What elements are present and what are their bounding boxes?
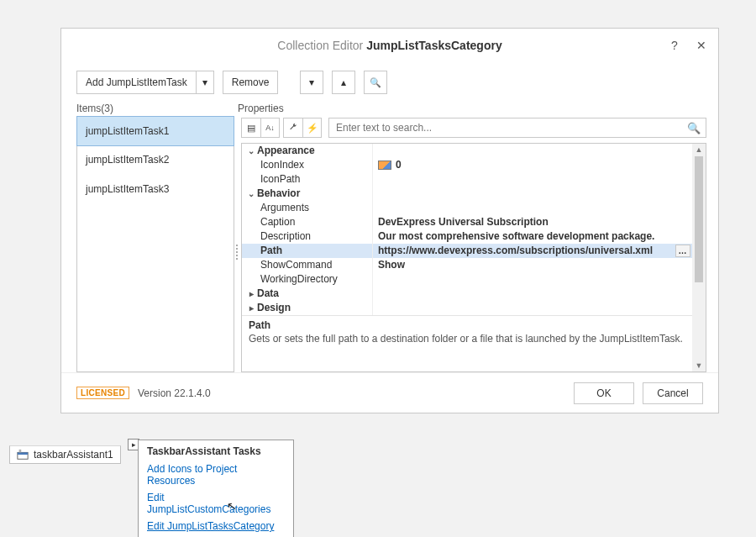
search-icon: 🔍 xyxy=(687,122,701,134)
svg-rect-1 xyxy=(18,452,28,455)
scroll-up-icon[interactable]: ▲ xyxy=(692,144,706,155)
smarttag-title: TaskbarAssistant Tasks xyxy=(139,444,293,461)
events-tab-button[interactable]: ⚡ xyxy=(302,118,321,137)
items-label: Items(3) xyxy=(76,103,238,114)
property-row[interactable]: Description Our most comprehensive softw… xyxy=(242,229,692,244)
titlebar: Collection Editor JumpListTasksCategory … xyxy=(61,29,718,62)
help-button[interactable]: ? xyxy=(663,34,686,57)
search-input[interactable] xyxy=(334,121,687,134)
smarttag-link[interactable]: Edit JumpListTasksCategory xyxy=(139,518,293,534)
expand-icon[interactable]: ▸ xyxy=(245,287,257,301)
version-label: Version 22.1.4.0 xyxy=(138,387,211,399)
list-item[interactable]: jumpListItemTask2 xyxy=(77,145,234,175)
toolbar: Add JumpListItemTask ▾ Remove ▾ ▴ 🔍 xyxy=(61,62,718,97)
smarttag-arrow-icon: ▸ xyxy=(132,440,136,449)
scroll-down-icon[interactable]: ▼ xyxy=(692,360,706,371)
collapse-icon[interactable]: ⌄ xyxy=(245,144,257,158)
items-list[interactable]: jumpListItemTask1 jumpListItemTask2 jump… xyxy=(76,116,234,372)
add-item-dropdown[interactable]: ▾ xyxy=(196,71,214,94)
list-item[interactable]: jumpListItemTask3 xyxy=(77,175,234,204)
smarttag-link[interactable]: Add Icons to Project Resources xyxy=(139,461,293,489)
tray-component-label: taskbarAssistant1 xyxy=(34,449,113,461)
remove-button[interactable]: Remove xyxy=(223,71,279,94)
category-row[interactable]: ▸Data xyxy=(242,287,692,301)
properties-tab-button[interactable] xyxy=(284,118,302,137)
properties-label: Properties xyxy=(238,103,284,114)
property-grid[interactable]: ⌄Appearance IconIndex 0 IconPath ⌄Behavi… xyxy=(241,143,706,372)
collection-editor-dialog: Collection Editor JumpListTasksCategory … xyxy=(60,28,719,413)
scrollbar-thumb[interactable] xyxy=(695,156,703,282)
smart-tag-panel: TaskbarAssistant Tasks Add Icons to Proj… xyxy=(138,440,294,537)
component-icon xyxy=(17,449,29,461)
category-row[interactable]: ▸Design xyxy=(242,301,692,315)
collapse-icon[interactable]: ⌄ xyxy=(245,187,257,201)
add-item-button[interactable]: Add JumpListItemTask xyxy=(76,71,196,94)
licensed-badge: LICENSED xyxy=(76,387,129,399)
component-tray: taskbarAssistant1 xyxy=(9,445,121,464)
category-row[interactable]: ⌄Behavior xyxy=(242,187,692,201)
title-prefix: Collection Editor xyxy=(277,39,363,52)
property-description: Path Gets or sets the full path to a des… xyxy=(242,315,692,350)
property-row[interactable]: ShowCommand Show xyxy=(242,258,692,272)
chevron-down-icon: ▾ xyxy=(309,76,314,88)
ok-button[interactable]: OK xyxy=(574,382,634,404)
svg-rect-2 xyxy=(19,450,22,453)
property-row[interactable]: Caption DevExpress Universal Subscriptio… xyxy=(242,215,692,229)
close-button[interactable]: ✕ xyxy=(690,34,713,57)
move-up-button[interactable]: ▴ xyxy=(332,71,355,94)
iconindex-swatch-icon xyxy=(378,161,391,170)
property-row[interactable]: Arguments xyxy=(242,201,692,215)
search-button[interactable]: 🔍 xyxy=(364,71,387,94)
cancel-button[interactable]: Cancel xyxy=(643,382,703,404)
smarttag-link[interactable]: Edit JumpListCustomCategories xyxy=(139,489,293,518)
categorized-view-button[interactable]: ▤ xyxy=(242,118,260,137)
chevron-up-icon: ▴ xyxy=(341,76,346,88)
move-down-button[interactable]: ▾ xyxy=(300,71,323,94)
vertical-scrollbar[interactable]: ▲ ▼ xyxy=(692,144,706,371)
tray-component[interactable]: taskbarAssistant1 xyxy=(9,445,121,464)
wrench-icon xyxy=(288,123,298,133)
property-grid-toolbar: ▤ A↓ ⚡ 🔍 xyxy=(241,116,706,140)
property-row[interactable]: WorkingDirectory xyxy=(242,272,692,287)
expand-icon[interactable]: ▸ xyxy=(245,301,257,315)
dialog-title: Collection Editor JumpListTasksCategory xyxy=(277,39,501,52)
property-row-selected[interactable]: Path https://www.devexpress.com/subscrip… xyxy=(242,244,692,258)
property-row[interactable]: IconPath xyxy=(242,172,692,187)
property-search[interactable]: 🔍 xyxy=(328,118,706,138)
cursor-icon: ↖ xyxy=(226,498,239,513)
magnifier-icon: 🔍 xyxy=(370,77,381,88)
list-item[interactable]: jumpListItemTask1 xyxy=(76,116,234,146)
splitter-handle[interactable] xyxy=(236,245,239,265)
title-main: JumpListTasksCategory xyxy=(366,39,502,52)
properties-pane: ▤ A↓ ⚡ 🔍 ⌄Appearance xyxy=(241,116,706,372)
ellipsis-button[interactable]: … xyxy=(675,245,690,257)
dialog-footer: LICENSED Version 22.1.4.0 OK Cancel xyxy=(61,372,718,413)
description-text: Gets or sets the full path to a destinat… xyxy=(249,333,685,345)
alphabetical-view-button[interactable]: A↓ xyxy=(260,118,279,137)
chevron-down-icon: ▾ xyxy=(202,76,207,88)
lightning-icon: ⚡ xyxy=(307,123,318,134)
add-item-split-button[interactable]: Add JumpListItemTask ▾ xyxy=(76,71,214,94)
property-row[interactable]: IconIndex 0 xyxy=(242,158,692,172)
description-property-name: Path xyxy=(249,319,685,331)
category-row[interactable]: ⌄Appearance xyxy=(242,144,692,158)
